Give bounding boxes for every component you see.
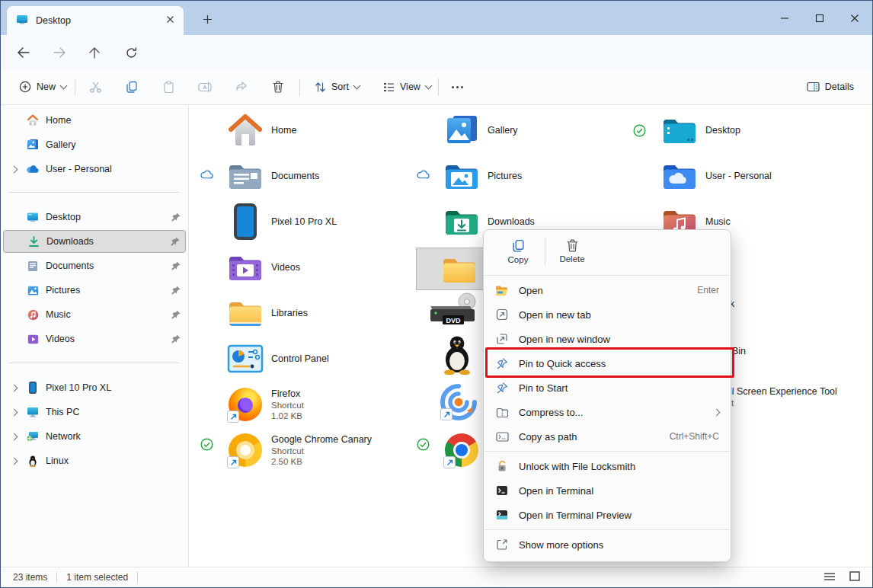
tab-desktop[interactable]: Desktop (7, 6, 184, 35)
forward-button[interactable] (46, 41, 72, 64)
file-label: Control Panel (271, 353, 329, 365)
chevron-down-icon (353, 82, 360, 90)
downloads-folder-icon (443, 203, 481, 241)
file-tile-control-panel[interactable]: Control Panel (226, 337, 329, 380)
delete-button[interactable] (264, 74, 292, 100)
expand-chevron-icon[interactable] (10, 457, 18, 465)
new-tab-button[interactable] (196, 9, 219, 29)
menu-item-open-new-window[interactable]: Open in new window (484, 327, 731, 351)
file-tile-pictures[interactable]: Pictures (443, 155, 522, 197)
copy-action-button[interactable]: Copy (494, 232, 542, 270)
sidebar-item-pixel[interactable]: Pixel 10 Pro XL (3, 376, 186, 399)
sidebar-item-linux[interactable]: Linux (3, 449, 186, 472)
shortcut-hint: Ctrl+Shift+C (670, 431, 719, 442)
menu-item-pin-to-start[interactable]: Pin to Start (484, 375, 731, 400)
tab-close-icon[interactable] (166, 15, 174, 26)
file-tile-libraries[interactable]: Libraries (226, 292, 308, 334)
sidebar-item-label: Home (46, 115, 181, 126)
new-button[interactable]: New (11, 74, 74, 100)
shortcut-arrow-icon (227, 411, 239, 423)
file-tile-dvd-drive[interactable]: DVD (424, 292, 482, 334)
expand-chevron-icon[interactable] (10, 165, 18, 173)
cloud-status-icon (200, 170, 213, 183)
large-icons-view-toggle-icon[interactable] (849, 571, 860, 583)
selection-count: 1 item selected (66, 572, 128, 583)
sidebar-item-downloads[interactable]: Downloads (3, 230, 186, 253)
menu-item-pin-quick-access[interactable]: Pin to Quick access (484, 351, 731, 375)
sidebar-item-label: Documents (46, 260, 165, 271)
menu-item-open-in-terminal-preview[interactable]: Open in Terminal Preview (484, 503, 731, 527)
menu-item-open-new-tab[interactable]: Open in new tab (484, 302, 731, 327)
sidebar-item-videos[interactable]: Videos (3, 328, 186, 350)
menu-item-compress-to[interactable]: Compress to... (484, 400, 731, 424)
file-label: Pixel 10 Pro XL (271, 216, 337, 228)
network-icon (26, 430, 40, 443)
file-tile-home[interactable]: Home (226, 109, 296, 152)
sidebar-item-gallery[interactable]: Gallery (3, 133, 186, 156)
sort-button-label: Sort (331, 81, 349, 92)
sidebar-item-documents[interactable]: Documents (3, 254, 186, 277)
menu-item-open-in-terminal[interactable]: Open in Terminal (484, 478, 731, 503)
file-tile-rings-app[interactable] (440, 381, 478, 423)
refresh-button[interactable] (118, 41, 144, 64)
view-button-label: View (400, 81, 421, 92)
hidden-label-fragment-recycle-bin: Bin (732, 346, 746, 356)
body-area: Home Gallery User - Personal Desktop (1, 105, 872, 568)
file-type: Shortcut (271, 446, 372, 456)
file-tile-pixel[interactable]: Pixel 10 Pro XL (226, 200, 337, 243)
menu-item-copy-as-path[interactable]: Copy as path Ctrl+Shift+C (484, 424, 731, 449)
sidebar-item-user-personal[interactable]: User - Personal (3, 158, 186, 181)
close-button[interactable] (837, 1, 872, 35)
file-tile-chrome[interactable] (443, 429, 481, 471)
expand-chevron-icon[interactable] (10, 433, 18, 440)
file-label: Downloads (488, 216, 535, 228)
sidebar-item-music[interactable]: Music (3, 303, 186, 326)
copy-as-path-icon (495, 430, 509, 443)
file-tile-user-personal[interactable]: User - Personal (660, 155, 772, 197)
copy-button[interactable] (118, 74, 146, 100)
compress-zip-icon (495, 405, 509, 419)
documents-folder-icon (226, 157, 264, 195)
up-button[interactable] (82, 41, 107, 64)
file-tile-firefox[interactable]: Firefox Shortcut 1.02 KB (226, 383, 304, 426)
file-tile-linux[interactable] (438, 334, 476, 376)
status-bar: 23 items 1 item selected (1, 567, 872, 587)
pin-icon (171, 334, 181, 344)
plus-circle-icon (19, 81, 31, 93)
delete-action-button[interactable]: Delete (548, 232, 596, 270)
view-button[interactable]: View (376, 74, 439, 100)
file-tile-documents[interactable]: Documents (226, 155, 319, 197)
details-view-toggle-icon[interactable] (823, 572, 836, 583)
cut-button[interactable] (82, 74, 109, 100)
sidebar-item-desktop[interactable]: Desktop (3, 206, 186, 228)
maximize-button[interactable] (802, 1, 837, 35)
linux-penguin-icon (438, 336, 476, 374)
minimize-button[interactable] (767, 1, 802, 35)
sidebar-item-network[interactable]: Network (3, 425, 186, 448)
more-options-button[interactable] (445, 74, 469, 100)
items-count: 23 items (13, 572, 47, 583)
paste-button[interactable] (155, 74, 182, 100)
sidebar: Home Gallery User - Personal Desktop (1, 105, 189, 568)
control-panel-icon (226, 340, 264, 378)
sidebar-item-pictures[interactable]: Pictures (3, 279, 186, 302)
sidebar-item-this-pc[interactable]: This PC (3, 401, 186, 423)
file-tile-videos[interactable]: Videos (226, 246, 300, 289)
menu-item-unlock-file-locksmith[interactable]: Unlock with File Locksmith (484, 454, 731, 478)
details-button[interactable]: Details (799, 74, 862, 100)
file-tile-gallery[interactable]: Gallery (443, 109, 518, 152)
sidebar-item-label: User - Personal (46, 164, 181, 174)
share-button[interactable] (228, 74, 255, 100)
chevron-down-icon (60, 82, 68, 90)
file-tile-chrome-canary[interactable]: Google Chrome Canary Shortcut 2.50 KB (226, 429, 372, 471)
sidebar-item-home[interactable]: Home (3, 109, 186, 132)
menu-item-open[interactable]: Open Enter (484, 278, 731, 302)
back-button[interactable] (10, 41, 36, 64)
menu-item-show-more-options[interactable]: Show more options (484, 532, 731, 557)
sort-button[interactable]: Sort (307, 74, 367, 100)
expand-chevron-icon[interactable] (10, 408, 18, 416)
file-tile-desktop[interactable]: Desktop (660, 109, 740, 152)
rename-button[interactable] (191, 74, 219, 100)
expand-chevron-icon[interactable] (10, 384, 18, 391)
phone-icon (226, 203, 264, 241)
